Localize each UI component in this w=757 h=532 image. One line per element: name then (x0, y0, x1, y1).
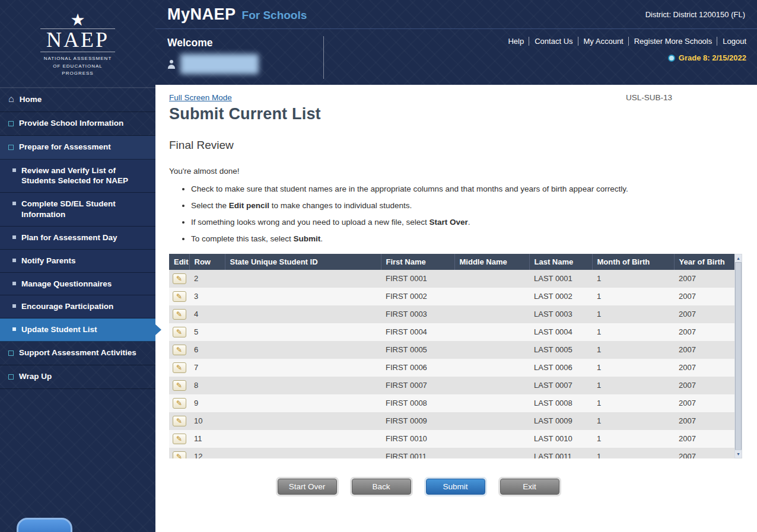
edit-pencil-button[interactable]: ✎ (173, 327, 186, 337)
sidebar-item-label: Prepare for Assessment (19, 142, 111, 152)
row-number: 9 (189, 394, 225, 412)
submit-button[interactable]: Submit (426, 479, 485, 495)
scroll-up-arrow-icon[interactable]: ▲ (735, 254, 742, 263)
student-id (225, 448, 381, 458)
edit-cell: ✎ (169, 448, 189, 458)
edit-pencil-button[interactable]: ✎ (173, 434, 186, 444)
sidebar-item-support-assessment-activities[interactable]: Support Assessment Activities (0, 342, 155, 365)
brand-suffix: For Schools (242, 9, 307, 22)
exit-button[interactable]: Exit (500, 479, 559, 495)
edit-pencil-button[interactable]: ✎ (173, 380, 186, 391)
instruction-text: to make changes to individual students. (269, 201, 412, 210)
year-of-birth: 2007 (674, 448, 734, 458)
table-header-row: Edit Row State Unique Student ID First N… (169, 254, 734, 270)
welcome-bar: Welcome HelpContact UsMy AccountRegister… (155, 28, 757, 85)
sidebar-item-wrap-up[interactable]: Wrap Up (0, 365, 155, 389)
edit-pencil-icon: ✎ (176, 275, 182, 282)
middle-name (454, 288, 529, 305)
instruction-text: . (468, 218, 470, 227)
year-of-birth: 2007 (674, 430, 734, 448)
sidebar: ★ NAEP NATIONAL ASSESSMENT OF EDUCATIONA… (0, 0, 155, 532)
first-name: FIRST 0003 (381, 305, 454, 323)
table-row: ✎ 7 FIRST 0006 LAST 0006 1 2007 (169, 359, 734, 377)
nav-help-link[interactable]: Help (508, 37, 524, 46)
edit-pencil-button[interactable]: ✎ (173, 398, 186, 409)
instruction-bold: Submit (294, 234, 321, 243)
month-of-birth: 1 (592, 412, 674, 430)
edit-cell: ✎ (169, 323, 189, 341)
chat-widget[interactable] (17, 518, 72, 532)
sidebar-item-provide-school-information[interactable]: Provide School Information (0, 112, 155, 136)
nav-contact-us-link[interactable]: Contact Us (529, 37, 572, 46)
table-row: ✎ 8 FIRST 0007 LAST 0007 1 2007 (169, 377, 734, 394)
sidebar-subitem-update-student-list[interactable]: Update Student List (0, 318, 155, 342)
middle-name (454, 412, 529, 430)
page-code: USL-SUB-13 (626, 93, 672, 102)
sidebar-item-label: Wrap Up (19, 372, 52, 382)
student-id (225, 270, 381, 288)
col-header-last-name: Last Name (529, 254, 592, 270)
month-of-birth: 1 (592, 394, 674, 412)
year-of-birth: 2007 (674, 377, 734, 394)
sidebar-subitem-complete-sd-el-information[interactable]: Complete SD/EL Student Information (0, 193, 155, 227)
edit-pencil-icon: ✎ (176, 453, 182, 458)
edit-cell: ✎ (169, 305, 189, 323)
last-name: LAST 0008 (529, 394, 592, 412)
home-icon: ⌂ (8, 95, 14, 103)
section-title: Final Review (169, 139, 757, 152)
instruction-text: Check to make sure that student names ar… (191, 184, 628, 193)
middle-name (454, 448, 529, 458)
edit-pencil-button[interactable]: ✎ (173, 309, 186, 320)
full-screen-mode-link[interactable]: Full Screen Mode (169, 93, 232, 102)
sidebar-subitem-manage-questionnaires[interactable]: Manage Questionnaires (0, 273, 155, 296)
start-over-button[interactable]: Start Over (278, 479, 337, 495)
sidebar-item-prepare-for-assessment[interactable]: Prepare for Assessment (0, 136, 155, 160)
edit-pencil-icon: ✎ (176, 435, 182, 442)
intro-text: You're almost done! (169, 167, 757, 176)
table-row: ✎ 9 FIRST 0008 LAST 0008 1 2007 (169, 394, 734, 412)
scroll-down-arrow-icon[interactable]: ▼ (735, 450, 742, 458)
instruction-item: To complete this task, select Submit. (191, 233, 695, 246)
naep-logo: ★ NAEP NATIONAL ASSESSMENT OF EDUCATIONA… (0, 0, 155, 88)
edit-pencil-button[interactable]: ✎ (173, 291, 186, 302)
last-name: LAST 0006 (529, 359, 592, 377)
sidebar-subitem-encourage-participation[interactable]: Encourage Participation (0, 295, 155, 318)
table-scrollbar[interactable]: ▲ ▼ (734, 254, 742, 458)
edit-pencil-button[interactable]: ✎ (173, 416, 186, 426)
nav-logout-link[interactable]: Logout (717, 37, 746, 46)
last-name: LAST 0005 (529, 341, 592, 359)
sidebar-subitem-notify-parents[interactable]: Notify Parents (0, 250, 155, 273)
scrollbar-thumb[interactable] (735, 262, 742, 450)
month-of-birth: 1 (592, 448, 674, 458)
nav-my-account-link[interactable]: My Account (578, 37, 624, 46)
sidebar-subitem-review-and-verify-list[interactable]: Review and Verify List of Students Selec… (0, 160, 155, 193)
month-of-birth: 1 (592, 341, 674, 359)
sidebar-subitem-label: Manage Questionnaires (21, 279, 112, 288)
edit-pencil-button[interactable]: ✎ (173, 273, 186, 284)
last-name: LAST 0003 (529, 305, 592, 323)
sidebar-subitem-label: Update Student List (21, 325, 97, 334)
month-of-birth: 1 (592, 305, 674, 323)
year-of-birth: 2007 (674, 359, 734, 377)
sidebar-item-home[interactable]: ⌂ Home (0, 88, 155, 112)
edit-cell: ✎ (169, 394, 189, 412)
back-button[interactable]: Back (352, 479, 411, 495)
first-name: FIRST 0005 (381, 341, 454, 359)
table-row: ✎ 11 FIRST 0010 LAST 0010 1 2007 (169, 430, 734, 448)
edit-cell: ✎ (169, 412, 189, 430)
row-number: 6 (189, 341, 225, 359)
table-row: ✎ 2 FIRST 0001 LAST 0001 1 2007 (169, 270, 734, 288)
edit-cell: ✎ (169, 341, 189, 359)
table-row: ✎ 5 FIRST 0004 LAST 0004 1 2007 (169, 323, 734, 341)
edit-pencil-button[interactable]: ✎ (173, 345, 186, 355)
table-row: ✎ 4 FIRST 0003 LAST 0003 1 2007 (169, 305, 734, 323)
edit-cell: ✎ (169, 359, 189, 377)
edit-pencil-button[interactable]: ✎ (173, 451, 186, 458)
first-name: FIRST 0001 (381, 270, 454, 288)
row-number: 11 (189, 430, 225, 448)
edit-pencil-button[interactable]: ✎ (173, 362, 186, 373)
edit-cell: ✎ (169, 430, 189, 448)
nav-register-more-schools-link[interactable]: Register More Schools (628, 37, 713, 46)
row-number: 12 (189, 448, 225, 458)
sidebar-subitem-plan-for-assessment-day[interactable]: Plan for Assessment Day (0, 227, 155, 250)
